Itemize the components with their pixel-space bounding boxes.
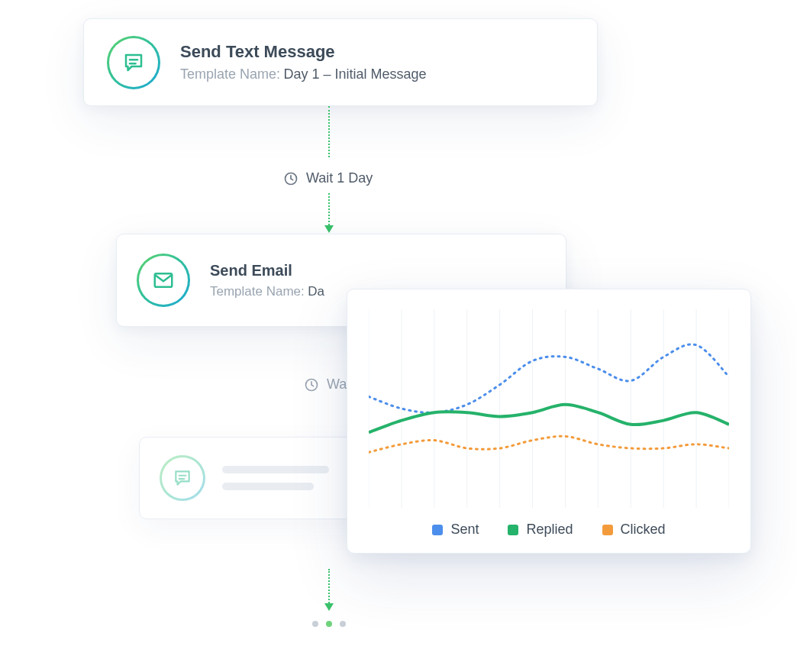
analytics-chart-card[interactable]: Sent Replied Clicked — [347, 289, 751, 554]
template-value: Day 1 – Initial Message — [284, 66, 427, 82]
wait-step-2: Wa — [304, 376, 347, 393]
legend-swatch — [432, 525, 443, 535]
legend-item-clicked: Clicked — [602, 522, 666, 538]
step-title: Send Text Message — [180, 42, 427, 62]
step-text: Send Text Message Template Name: Day 1 –… — [180, 42, 427, 82]
legend-label: Replied — [526, 522, 573, 538]
wait-step-1: Wait 1 Day — [283, 170, 373, 186]
step-text: Send Email Template Name: Da — [210, 262, 324, 299]
legend-item-sent: Sent — [432, 522, 479, 538]
skeleton-line — [222, 483, 314, 490]
legend-swatch — [602, 525, 613, 535]
connector — [328, 569, 330, 603]
skeleton-line — [222, 466, 329, 473]
dot — [312, 621, 318, 627]
wait-label: Wait 1 Day — [306, 170, 373, 186]
step-send-text[interactable]: Send Text Message Template Name: Day 1 –… — [83, 18, 598, 106]
chart-svg — [369, 309, 729, 508]
connector — [328, 193, 330, 225]
arrowhead-icon — [324, 603, 334, 611]
wait-label: Wa — [327, 376, 347, 393]
chart-area — [369, 309, 729, 508]
continuation-dots — [312, 621, 346, 627]
clock-icon — [283, 171, 298, 186]
step-title: Send Email — [210, 262, 324, 279]
step-template: Template Name: Da — [210, 284, 324, 299]
message-icon — [173, 468, 192, 488]
dot — [326, 621, 332, 627]
step-template: Template Name: Day 1 – Initial Message — [180, 66, 427, 82]
message-icon — [122, 51, 145, 74]
arrowhead-icon — [324, 225, 334, 233]
step-icon-ring — [137, 254, 190, 307]
step-icon-ring — [160, 455, 205, 501]
clock-icon — [304, 377, 319, 393]
legend-swatch — [508, 525, 518, 535]
workflow-canvas: Send Text Message Template Name: Day 1 –… — [0, 0, 797, 672]
chart-legend: Sent Replied Clicked — [369, 522, 729, 538]
dot — [340, 621, 346, 627]
email-icon — [152, 269, 175, 292]
template-label: Template Name: — [180, 66, 280, 82]
connector — [328, 106, 330, 157]
template-label: Template Name: — [210, 284, 305, 299]
legend-label: Sent — [450, 522, 479, 538]
step-icon-ring — [107, 36, 160, 89]
template-value: Da — [308, 284, 324, 299]
legend-item-replied: Replied — [508, 522, 573, 538]
legend-label: Clicked — [621, 522, 666, 538]
